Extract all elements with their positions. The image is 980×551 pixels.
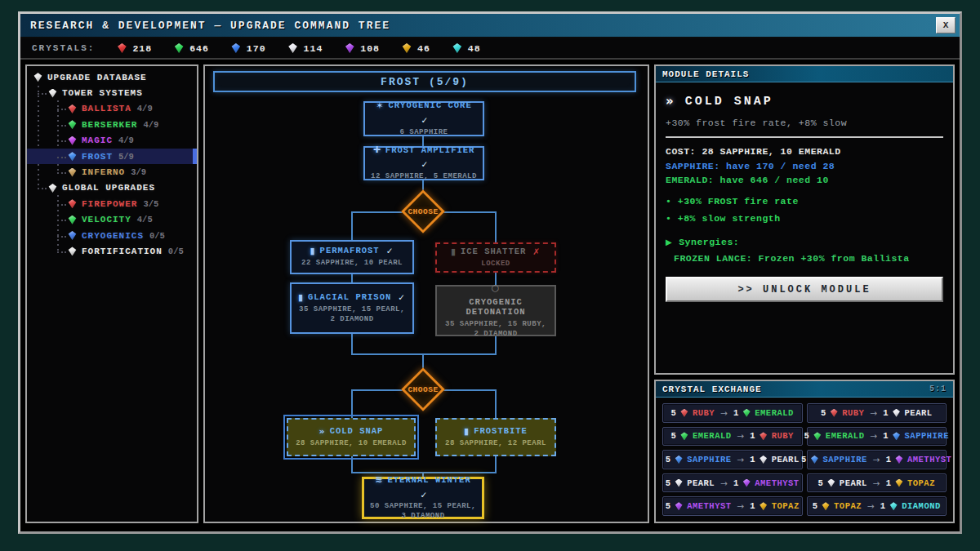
close-button[interactable]: X	[936, 17, 956, 33]
emerald-icon	[813, 432, 822, 440]
crystal-counter: 48	[452, 43, 481, 54]
sidebar-item[interactable]: INFERNO 3/9	[27, 164, 197, 180]
exchange-button[interactable]: 5 EMERALD → 1 RUBY	[662, 427, 803, 447]
double-chevron-icon: »	[319, 426, 326, 437]
sidebar-item[interactable]: BALLISTA 4/9	[27, 101, 197, 117]
sidebar-item[interactable]: UPGRADE DATABASE	[27, 69, 197, 85]
tree-connector	[351, 389, 353, 418]
sidebar-item-count: 4/5	[137, 215, 153, 224]
sidebar-item-label: CRYOGENICS	[82, 231, 144, 241]
titlebar: RESEARCH & DEVELOPMENT — UPGRADE COMMAND…	[20, 14, 960, 38]
crystals-list: 218 646 170 114	[117, 43, 480, 54]
resource-availability: SAPPHIRE: have 170 / need 28 EMERALD: ha…	[666, 161, 943, 185]
node-cold-snap[interactable]: »COLD SNAP 28 SAPPHIRE, 10 EMERALD	[287, 418, 416, 456]
sidebar-item[interactable]: CRYOGENICS 0/5	[27, 228, 197, 243]
node-cost: 28 SAPPHIRE, 12 PEARL	[445, 439, 546, 449]
sidebar-item-count: 3/9	[131, 167, 146, 177]
sidebar-item[interactable]: BERSERKER 4/9	[27, 117, 197, 132]
crystal-count: 170	[247, 43, 266, 54]
sidebar-item[interactable]: TOWER SYSTEMS	[27, 85, 197, 100]
ruby-icon	[680, 409, 688, 417]
arrow-icon: →	[737, 431, 745, 441]
node-ice-shatter[interactable]: ▮ICE SHATTER✗ LOCKED	[435, 242, 556, 273]
exchange-from-name: SAPPHIRE	[687, 455, 731, 464]
node-eternal-winter[interactable]: ≋ETERNAL WINTER✓ 50 SAPPHIRE, 15 PEARL, …	[362, 477, 484, 519]
sidebar-item-label: VELOCITY	[82, 215, 131, 224]
check-icon: ✓	[386, 246, 394, 256]
gem-icon	[48, 89, 57, 98]
gem-icon	[68, 168, 77, 177]
exchange-ratio: 5:1	[929, 384, 947, 393]
exchange-to-name: AMETHYST	[755, 478, 799, 488]
exchange-to-qty: 1	[733, 408, 738, 418]
resource-availability-line: EMERALD: have 646 / need 10	[666, 175, 943, 185]
exchange-button[interactable]: 5 EMERALD → 1 SAPPHIRE	[807, 427, 947, 447]
sidebar-item-label: TOWER SYSTEMS	[62, 88, 143, 98]
effect-line: • +30% FROST fire rate	[666, 196, 943, 207]
exchange-to-name: PEARL	[772, 455, 800, 464]
gem-icon	[68, 136, 77, 145]
crystal-count: 114	[304, 43, 323, 54]
node-glacial-prison[interactable]: ▮GLACIAL PRISON✓ 35 SAPPHIRE, 15 PEARL, …	[290, 282, 414, 334]
exchange-button[interactable]: 5 PEARL → 1 TOPAZ	[807, 473, 947, 493]
exchange-from-qty: 5	[666, 455, 670, 464]
arrow-icon: →	[720, 478, 728, 488]
sidebar-item-label: FROST	[82, 152, 113, 162]
pearl-icon	[893, 409, 901, 417]
module-subtitle: +30% frost fire rate, +8% slow	[666, 118, 943, 128]
exchange-button[interactable]: 5 SAPPHIRE → 1 AMETHYST	[807, 450, 947, 469]
node-frost-amplifier[interactable]: ✚FROST AMPLIFIER✓ 12 SAPPHIRE, 5 EMERALD	[363, 146, 484, 180]
circle-icon: ○	[492, 282, 501, 293]
module-cost-line: COST: 28 SAPPHIRE, 10 EMERALD	[666, 146, 943, 157]
arrow-icon: →	[870, 431, 877, 441]
node-cost: 12 SAPPHIRE, 5 EMERALD	[371, 172, 477, 182]
node-cryogenic-core[interactable]: ✶CRYOGENIC CORE✓ 6 SAPPHIRE	[363, 101, 484, 136]
sidebar-item[interactable]: VELOCITY 4/5	[27, 212, 197, 228]
exchange-button[interactable]: 5 AMETHYST → 1 TOPAZ	[662, 496, 803, 516]
sidebar-item[interactable]: FIREPOWER 3/5	[27, 196, 197, 211]
snowflake-star-icon: ✶	[376, 100, 384, 111]
module-details-header: MODULE DETAILS	[656, 66, 953, 82]
right-column: MODULE DETAILS » COLD SNAP +30% frost fi…	[654, 64, 955, 523]
node-frostbite[interactable]: ▮FROSTBITE 28 SAPPHIRE, 12 PEARL	[435, 418, 556, 456]
exchange-button[interactable]: 5 SAPPHIRE → 1 PEARL	[662, 450, 803, 469]
node-title: GLACIAL PRISON	[308, 292, 391, 303]
effects-list: • +30% FROST fire rate • +8% slow streng…	[666, 196, 943, 224]
synergies-label: Synergies:	[679, 237, 739, 247]
topaz-icon	[402, 43, 412, 53]
exchange-from-name: PEARL	[840, 478, 867, 488]
exchange-button[interactable]: 5 RUBY → 1 PEARL	[807, 403, 947, 423]
exchange-to-name: EMERALD	[755, 408, 794, 418]
sidebar-item-label: GLOBAL UPGRADES	[62, 183, 155, 193]
tree-connector	[351, 456, 353, 472]
gem-icon	[68, 216, 77, 224]
crystal-exchange-header-label: CRYSTAL EXCHANGE	[662, 384, 762, 394]
synergy-line: FROZEN LANCE: Frozen +30% from Ballista	[666, 253, 943, 264]
node-cryogenic-detonation[interactable]: ○CRYOGENIC DETONATION 35 SAPPHIRE, 15 RU…	[435, 285, 556, 336]
exchange-button[interactable]: 5 PEARL → 1 AMETHYST	[662, 473, 803, 493]
upgrade-tree-list: UPGRADE DATABASE TOWER SYSTEMS BALLISTA …	[27, 66, 197, 260]
pearl-icon	[288, 43, 298, 53]
arrow-icon: →	[737, 455, 745, 464]
exchange-to-name: RUBY	[772, 431, 794, 441]
sidebar-item[interactable]: FROST 5/9	[27, 149, 197, 164]
exchange-from-name: RUBY	[693, 408, 715, 418]
exchange-button[interactable]: 5 RUBY → 1 EMERALD	[662, 403, 803, 423]
exchange-to-qty: 1	[883, 408, 888, 418]
module-title-row: » COLD SNAP	[666, 94, 943, 109]
sidebar-item[interactable]: GLOBAL UPGRADES	[27, 180, 197, 196]
node-cost: 35 SAPPHIRE, 15 RUBY, 2 DIAMOND	[441, 320, 550, 339]
tree-connector	[351, 472, 497, 473]
effect-line: • +8% slow strength	[666, 213, 943, 224]
unlock-module-button[interactable]: >> UNLOCK MODULE	[666, 277, 943, 302]
gem-icon	[68, 120, 77, 129]
emerald-icon	[174, 43, 184, 53]
sidebar-item[interactable]: MAGIC 4/9	[27, 133, 197, 149]
tree-title: FROST (5/9)	[213, 71, 636, 92]
amethyst-icon	[345, 43, 354, 53]
sidebar-item[interactable]: FORTIFICATION 0/5	[27, 243, 197, 259]
node-permafrost[interactable]: ▮PERMAFROST✓ 22 SAPPHIRE, 10 PEARL	[290, 240, 414, 274]
crystal-count: 48	[468, 43, 481, 54]
sidebar-item-count: 5/9	[118, 152, 134, 162]
exchange-button[interactable]: 5 TOPAZ → 1 DIAMOND	[807, 496, 947, 516]
